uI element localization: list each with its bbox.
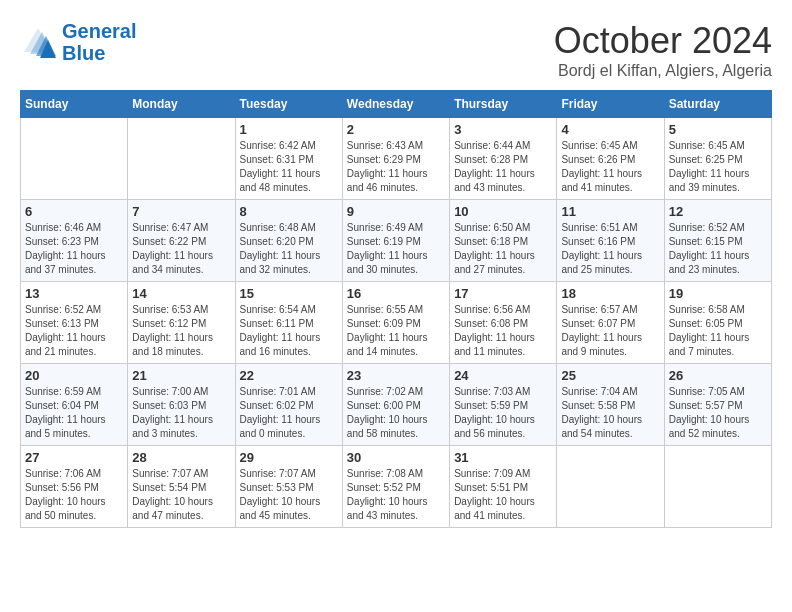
day-detail: Sunrise: 7:00 AM Sunset: 6:03 PM Dayligh… [132,385,230,441]
day-number: 10 [454,204,552,219]
calendar-cell: 27Sunrise: 7:06 AM Sunset: 5:56 PM Dayli… [21,446,128,528]
day-number: 29 [240,450,338,465]
day-number: 27 [25,450,123,465]
day-detail: Sunrise: 7:07 AM Sunset: 5:53 PM Dayligh… [240,467,338,523]
calendar-cell: 11Sunrise: 6:51 AM Sunset: 6:16 PM Dayli… [557,200,664,282]
day-number: 7 [132,204,230,219]
day-number: 12 [669,204,767,219]
day-number: 1 [240,122,338,137]
day-number: 19 [669,286,767,301]
calendar-cell: 12Sunrise: 6:52 AM Sunset: 6:15 PM Dayli… [664,200,771,282]
day-detail: Sunrise: 6:42 AM Sunset: 6:31 PM Dayligh… [240,139,338,195]
weekday-header-thursday: Thursday [450,91,557,118]
calendar-table: SundayMondayTuesdayWednesdayThursdayFrid… [20,90,772,528]
calendar-week-3: 13Sunrise: 6:52 AM Sunset: 6:13 PM Dayli… [21,282,772,364]
day-number: 3 [454,122,552,137]
day-number: 28 [132,450,230,465]
day-detail: Sunrise: 7:04 AM Sunset: 5:58 PM Dayligh… [561,385,659,441]
weekday-header-tuesday: Tuesday [235,91,342,118]
calendar-cell: 26Sunrise: 7:05 AM Sunset: 5:57 PM Dayli… [664,364,771,446]
calendar-cell: 28Sunrise: 7:07 AM Sunset: 5:54 PM Dayli… [128,446,235,528]
day-detail: Sunrise: 7:01 AM Sunset: 6:02 PM Dayligh… [240,385,338,441]
day-detail: Sunrise: 6:44 AM Sunset: 6:28 PM Dayligh… [454,139,552,195]
weekday-header-friday: Friday [557,91,664,118]
calendar-cell [664,446,771,528]
day-number: 31 [454,450,552,465]
calendar-cell: 2Sunrise: 6:43 AM Sunset: 6:29 PM Daylig… [342,118,449,200]
calendar-cell [557,446,664,528]
calendar-week-1: 1Sunrise: 6:42 AM Sunset: 6:31 PM Daylig… [21,118,772,200]
weekday-header-wednesday: Wednesday [342,91,449,118]
day-number: 13 [25,286,123,301]
calendar-cell: 23Sunrise: 7:02 AM Sunset: 6:00 PM Dayli… [342,364,449,446]
day-number: 18 [561,286,659,301]
day-detail: Sunrise: 6:49 AM Sunset: 6:19 PM Dayligh… [347,221,445,277]
day-number: 15 [240,286,338,301]
calendar-cell: 18Sunrise: 6:57 AM Sunset: 6:07 PM Dayli… [557,282,664,364]
day-detail: Sunrise: 7:07 AM Sunset: 5:54 PM Dayligh… [132,467,230,523]
calendar-cell: 10Sunrise: 6:50 AM Sunset: 6:18 PM Dayli… [450,200,557,282]
calendar-body: 1Sunrise: 6:42 AM Sunset: 6:31 PM Daylig… [21,118,772,528]
calendar-cell: 30Sunrise: 7:08 AM Sunset: 5:52 PM Dayli… [342,446,449,528]
calendar-cell: 21Sunrise: 7:00 AM Sunset: 6:03 PM Dayli… [128,364,235,446]
day-number: 6 [25,204,123,219]
day-number: 20 [25,368,123,383]
day-detail: Sunrise: 6:47 AM Sunset: 6:22 PM Dayligh… [132,221,230,277]
logo-text: General Blue [62,20,136,64]
logo-icon [20,24,56,60]
day-detail: Sunrise: 6:55 AM Sunset: 6:09 PM Dayligh… [347,303,445,359]
day-number: 17 [454,286,552,301]
weekday-header-sunday: Sunday [21,91,128,118]
calendar-week-4: 20Sunrise: 6:59 AM Sunset: 6:04 PM Dayli… [21,364,772,446]
day-number: 9 [347,204,445,219]
day-detail: Sunrise: 6:51 AM Sunset: 6:16 PM Dayligh… [561,221,659,277]
calendar-cell: 3Sunrise: 6:44 AM Sunset: 6:28 PM Daylig… [450,118,557,200]
day-detail: Sunrise: 6:45 AM Sunset: 6:26 PM Dayligh… [561,139,659,195]
day-detail: Sunrise: 7:09 AM Sunset: 5:51 PM Dayligh… [454,467,552,523]
day-detail: Sunrise: 6:59 AM Sunset: 6:04 PM Dayligh… [25,385,123,441]
weekday-header-saturday: Saturday [664,91,771,118]
calendar-cell: 19Sunrise: 6:58 AM Sunset: 6:05 PM Dayli… [664,282,771,364]
day-number: 23 [347,368,445,383]
calendar-cell: 7Sunrise: 6:47 AM Sunset: 6:22 PM Daylig… [128,200,235,282]
day-detail: Sunrise: 6:43 AM Sunset: 6:29 PM Dayligh… [347,139,445,195]
day-number: 30 [347,450,445,465]
day-detail: Sunrise: 6:53 AM Sunset: 6:12 PM Dayligh… [132,303,230,359]
calendar-cell: 13Sunrise: 6:52 AM Sunset: 6:13 PM Dayli… [21,282,128,364]
day-detail: Sunrise: 6:54 AM Sunset: 6:11 PM Dayligh… [240,303,338,359]
day-detail: Sunrise: 6:48 AM Sunset: 6:20 PM Dayligh… [240,221,338,277]
day-detail: Sunrise: 7:03 AM Sunset: 5:59 PM Dayligh… [454,385,552,441]
title-block: October 2024 Bordj el Kiffan, Algiers, A… [554,20,772,80]
calendar-cell: 17Sunrise: 6:56 AM Sunset: 6:08 PM Dayli… [450,282,557,364]
weekday-row: SundayMondayTuesdayWednesdayThursdayFrid… [21,91,772,118]
day-number: 26 [669,368,767,383]
calendar-cell: 5Sunrise: 6:45 AM Sunset: 6:25 PM Daylig… [664,118,771,200]
day-number: 14 [132,286,230,301]
calendar-week-2: 6Sunrise: 6:46 AM Sunset: 6:23 PM Daylig… [21,200,772,282]
calendar-cell: 1Sunrise: 6:42 AM Sunset: 6:31 PM Daylig… [235,118,342,200]
calendar-header: SundayMondayTuesdayWednesdayThursdayFrid… [21,91,772,118]
day-number: 25 [561,368,659,383]
day-number: 4 [561,122,659,137]
calendar-week-5: 27Sunrise: 7:06 AM Sunset: 5:56 PM Dayli… [21,446,772,528]
calendar-cell: 22Sunrise: 7:01 AM Sunset: 6:02 PM Dayli… [235,364,342,446]
day-number: 24 [454,368,552,383]
logo: General Blue [20,20,136,64]
calendar-cell: 6Sunrise: 6:46 AM Sunset: 6:23 PM Daylig… [21,200,128,282]
calendar-cell: 8Sunrise: 6:48 AM Sunset: 6:20 PM Daylig… [235,200,342,282]
calendar-cell [21,118,128,200]
calendar-cell [128,118,235,200]
day-detail: Sunrise: 6:52 AM Sunset: 6:13 PM Dayligh… [25,303,123,359]
day-detail: Sunrise: 6:58 AM Sunset: 6:05 PM Dayligh… [669,303,767,359]
day-number: 8 [240,204,338,219]
calendar-cell: 20Sunrise: 6:59 AM Sunset: 6:04 PM Dayli… [21,364,128,446]
calendar-cell: 4Sunrise: 6:45 AM Sunset: 6:26 PM Daylig… [557,118,664,200]
day-detail: Sunrise: 6:45 AM Sunset: 6:25 PM Dayligh… [669,139,767,195]
calendar-cell: 25Sunrise: 7:04 AM Sunset: 5:58 PM Dayli… [557,364,664,446]
calendar-cell: 16Sunrise: 6:55 AM Sunset: 6:09 PM Dayli… [342,282,449,364]
day-detail: Sunrise: 7:08 AM Sunset: 5:52 PM Dayligh… [347,467,445,523]
day-detail: Sunrise: 7:02 AM Sunset: 6:00 PM Dayligh… [347,385,445,441]
day-detail: Sunrise: 6:52 AM Sunset: 6:15 PM Dayligh… [669,221,767,277]
calendar-cell: 24Sunrise: 7:03 AM Sunset: 5:59 PM Dayli… [450,364,557,446]
calendar-cell: 29Sunrise: 7:07 AM Sunset: 5:53 PM Dayli… [235,446,342,528]
